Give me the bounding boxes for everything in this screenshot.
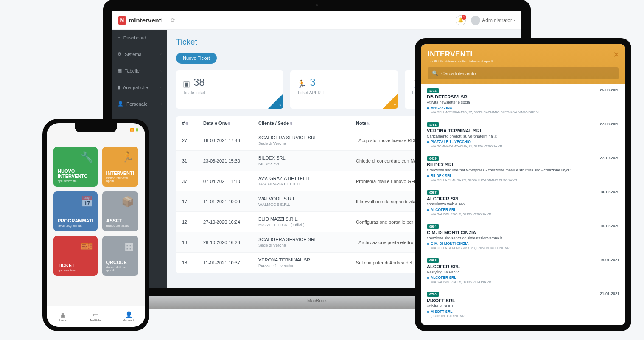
list-item[interactable]: 5781 27-03-2020 VERONA TERMINAL SRL Cari… <box>421 118 625 152</box>
item-address: VIA SOMMACAMPAGNA, 71, 37136 VERONA VR <box>427 144 619 148</box>
tile-icon: 🏃 <box>121 151 134 163</box>
tile-icon: ▦ <box>124 240 134 252</box>
cell-date: 27-10-2020 16:24 <box>203 219 258 225</box>
list-item[interactable]: 6688 15-01-2021 ALCOFER SRL Restyling Le… <box>421 254 625 288</box>
avatar <box>471 16 480 25</box>
item-desc: Caricamento prodotti su veronaterminal.i… <box>427 134 619 138</box>
cell-client: WALMODE S.R.L.WALMODE S.R.L. <box>258 196 356 207</box>
item-address: , 37020 NEGARINE VR <box>427 314 619 318</box>
app-header: M mInterventi ⟳ 🔔 1 Administrator ▾ <box>112 11 521 30</box>
cell-num: 18 <box>182 260 203 265</box>
tablet-search-input[interactable] <box>441 71 614 76</box>
app-tile[interactable]: 🔧 NUOVO INTERVENTO apri intervento <box>53 147 98 187</box>
item-date: 27-10-2020 <box>600 156 619 160</box>
app-tile[interactable]: 📦 ASSET elenco dati asset <box>102 191 138 231</box>
home-icon: ⌂ <box>118 35 120 40</box>
id-badge: 6688 <box>427 258 439 263</box>
item-desc: Creazione sito internet Wordpress - crea… <box>427 168 619 172</box>
app-tile[interactable]: 🏃 INTERVENTI elenco interventi aperti <box>102 147 138 187</box>
chat-icon: ▭ <box>93 311 98 318</box>
list-item[interactable]: 6604 16-12-2020 G.M. DI MONTI CINZIA cre… <box>421 220 625 254</box>
list-item[interactable]: 6700 21-01-2021 M.SOFT SRL Attività M.SO… <box>421 288 625 322</box>
item-date: 14-12-2020 <box>600 190 619 194</box>
id-badge: 6419 <box>427 156 439 161</box>
tab-home[interactable]: ▦Home <box>47 306 79 327</box>
col-client[interactable]: Cliente / Sede⇅ <box>258 121 356 126</box>
card-icon: 🏃 <box>297 79 306 89</box>
tile-title: ASSET <box>106 218 134 223</box>
item-address: VIA DELLA FILANDA 7/9, 37060 LUGAGNANO D… <box>427 178 619 182</box>
item-date: 27-03-2020 <box>600 122 619 126</box>
item-location: ALCOFER SRL <box>427 275 619 280</box>
cell-date: 07-04-2021 11:10 <box>203 179 258 184</box>
list-item[interactable]: 6587 14-12-2020 ALCOFER SRL consulenza w… <box>421 186 625 220</box>
item-location: M.SOFT SRL <box>427 309 619 314</box>
item-client: ALCOFER SRL <box>427 264 619 269</box>
list-item[interactable]: 5772 25-03-2020 DB DETERSIVI SRL Attivit… <box>421 84 625 118</box>
item-desc: creazione sito serviziodisinfestazionver… <box>427 236 619 240</box>
person-icon: 👤 <box>118 101 123 107</box>
item-client: M.SOFT SRL <box>427 298 619 303</box>
tablet-device: INTERVENTI modifici il nutrimento attivi… <box>415 38 631 331</box>
item-location: BILDEX SRL <box>427 174 619 178</box>
tile-title: TICKET <box>58 263 93 268</box>
grid-icon: ▦ <box>60 311 66 318</box>
notif-badge: 1 <box>462 15 466 20</box>
list-item[interactable]: 6419 27-10-2020 BILDEX SRL Creazione sit… <box>421 152 625 186</box>
tile-title: QRCODE <box>106 260 134 265</box>
chevron-left-icon: ‹ <box>160 69 162 73</box>
list-item[interactable]: 6710 25-01-2021 WINE E COFFEE SRL <box>421 322 625 325</box>
tile-subtitle: ricerca dati con qrcode <box>106 266 134 272</box>
chevron-left-icon: ‹ <box>160 52 162 56</box>
item-address: via Salisburgo, 5, 37136 Verona VR <box>427 212 619 216</box>
tile-icon: 🎫 <box>81 240 93 252</box>
cell-date: 11-01-2021 10:09 <box>203 199 258 204</box>
item-client: DB DETERSIVI SRL <box>427 94 619 99</box>
phone-device: · ·📶 🔋 🔧 NUOVO INTERVENTO apri intervent… <box>42 119 149 331</box>
tile-subtitle: elenco dati asset <box>106 224 134 227</box>
reload-icon[interactable]: ⟳ <box>171 17 175 23</box>
item-client: ALCOFER SRL <box>427 196 619 201</box>
brand-icon: M <box>118 16 126 25</box>
book-icon: ▮ <box>118 84 120 90</box>
cell-num: 37 <box>182 179 203 184</box>
col-date[interactable]: Data e Ora⇅ <box>203 121 258 126</box>
id-badge: 5772 <box>427 88 439 93</box>
cell-client: ELIO MAZZI S.R.L.MAZZI ELIO SRL ( Uffici… <box>258 216 356 227</box>
sidebar-item-personale[interactable]: 👤Personale‹ <box>112 96 167 112</box>
app-tile[interactable]: 📅 PROGRAMMATI lavori programmati <box>53 191 98 231</box>
sidebar-item-dashboard[interactable]: ⌂Dashboard <box>112 30 167 46</box>
tile-subtitle: apertura ticket <box>58 269 93 272</box>
app-tile[interactable]: 🎫 TICKET apertura ticket <box>53 236 98 276</box>
card-label: Ticket APERTI <box>297 90 391 95</box>
card-value: 38 <box>193 76 205 88</box>
notifications-button[interactable]: 🔔 1 <box>456 15 466 25</box>
cell-client: SCALIGERA SERVICE SRLSede di Verona <box>258 237 356 247</box>
cell-client: SCALIGERA SERVICE SRLSede di Verona <box>258 135 356 146</box>
sidebar-item-anagrafiche[interactable]: ▮Anagrafiche‹ <box>112 79 167 96</box>
tablet-title: INTERVENTI <box>428 50 619 59</box>
card-icon: ▣ <box>183 79 190 89</box>
item-date: 25-03-2020 <box>600 88 619 92</box>
tab-account[interactable]: 👤Account <box>112 306 145 327</box>
chevron-left-icon: ‹ <box>160 85 162 90</box>
tablet-subtitle: modifici il nutrimento attivio intervent… <box>428 59 619 63</box>
user-menu[interactable]: Administrator ▾ <box>471 16 515 25</box>
tile-icon: 🔧 <box>81 151 93 163</box>
brand: M mInterventi ⟳ <box>118 16 175 25</box>
cell-num: 17 <box>182 199 203 204</box>
stat-card[interactable]: ▣38 Totale ticket ▿ <box>176 70 283 109</box>
tile-title: INTERVENTI <box>106 171 134 176</box>
new-ticket-button[interactable]: Nuovo Ticket <box>176 53 217 64</box>
item-location: MAGAZZINO <box>427 106 619 110</box>
sidebar-item-sistema[interactable]: ⚙Sistema‹ <box>112 46 167 62</box>
tablet-search[interactable]: 🔍 <box>428 67 619 79</box>
grid-icon: ▦ <box>118 68 122 73</box>
col-num[interactable]: #⇅ <box>182 121 203 126</box>
sidebar-item-tabelle[interactable]: ▦Tabelle‹ <box>112 62 167 79</box>
close-icon[interactable]: ✕ <box>613 50 619 59</box>
tab-notifiche[interactable]: ▭Notifiche <box>79 306 112 327</box>
stat-card[interactable]: 🏃3 Ticket APERTI ▿ <box>290 70 398 109</box>
tile-title: PROGRAMMATI <box>58 218 93 223</box>
app-tile[interactable]: ▦ QRCODE ricerca dati con qrcode <box>102 236 138 276</box>
